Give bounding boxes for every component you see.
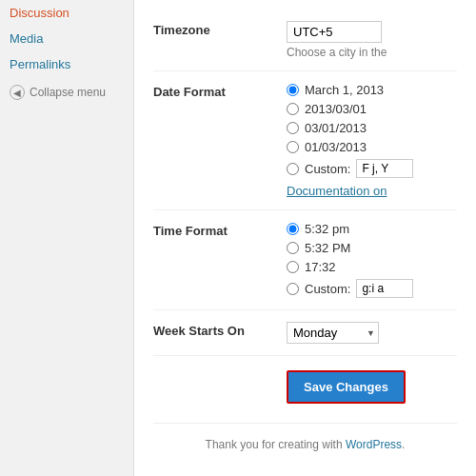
date-format-radio-group: March 1, 2013 2013/03/01 03/01/2013 01/0… xyxy=(287,83,457,178)
date-format-label-mdy: 03/01/2013 xyxy=(305,121,367,135)
timezone-row: Timezone Choose a city in the xyxy=(153,10,457,71)
time-format-radio-12lower[interactable] xyxy=(287,223,299,235)
date-format-option-2[interactable]: 2013/03/01 xyxy=(287,102,457,116)
time-format-custom-input[interactable] xyxy=(356,279,413,298)
timezone-hint: Choose a city in the xyxy=(287,46,457,59)
date-format-option-4[interactable]: 01/03/2013 xyxy=(287,140,457,154)
date-format-label: Date Format xyxy=(153,83,287,99)
time-format-option-2[interactable]: 5:32 PM xyxy=(287,241,457,255)
date-format-row: Date Format March 1, 2013 2013/03/01 03/… xyxy=(153,71,457,210)
sidebar-item-media[interactable]: Media xyxy=(0,26,133,51)
time-format-radio-custom[interactable] xyxy=(287,283,299,295)
date-format-label-dmy: 01/03/2013 xyxy=(305,140,367,154)
time-format-label-12lower: 5:32 pm xyxy=(305,222,349,236)
time-format-label-12upper: 5:32 PM xyxy=(305,241,350,255)
date-format-option-1[interactable]: March 1, 2013 xyxy=(287,83,457,97)
time-format-row: Time Format 5:32 pm 5:32 PM 17:32 xyxy=(153,210,457,310)
date-format-label-ymd: 2013/03/01 xyxy=(305,102,367,116)
time-format-radio-group: 5:32 pm 5:32 PM 17:32 Custom: xyxy=(287,222,457,298)
footer-text: Thank you for creating with xyxy=(206,438,343,451)
collapse-arrow-icon: ◀ xyxy=(10,85,25,100)
week-starts-select-wrapper: Sunday Monday Tuesday Wednesday Thursday… xyxy=(287,322,379,344)
week-starts-select[interactable]: Sunday Monday Tuesday Wednesday Thursday… xyxy=(287,322,379,344)
time-format-custom-field: Custom: xyxy=(305,279,413,298)
date-format-radio-dmy[interactable] xyxy=(287,141,299,153)
time-format-radio-24[interactable] xyxy=(287,261,299,273)
time-format-option-custom[interactable]: Custom: xyxy=(287,279,457,298)
page-layout: Discussion Media Permalinks ◀ Collapse m… xyxy=(0,0,476,476)
time-format-option-1[interactable]: 5:32 pm xyxy=(287,222,457,236)
main-content: Timezone Choose a city in the Date Forma… xyxy=(133,0,476,476)
week-starts-label: Week Starts On xyxy=(153,322,287,338)
date-format-radio-mdy[interactable] xyxy=(287,122,299,134)
footer-wordpress-link[interactable]: WordPress xyxy=(346,438,402,451)
time-format-value: 5:32 pm 5:32 PM 17:32 Custom: xyxy=(287,222,457,298)
collapse-menu-button[interactable]: ◀ Collapse menu xyxy=(0,77,133,108)
week-starts-row: Week Starts On Sunday Monday Tuesday Wed… xyxy=(153,310,457,356)
timezone-value: Choose a city in the xyxy=(287,21,457,59)
sidebar-item-permalinks[interactable]: Permalinks xyxy=(0,51,133,77)
save-changes-button[interactable]: Save Changes xyxy=(287,370,406,404)
date-format-custom-input[interactable] xyxy=(356,159,413,178)
time-format-custom-label: Custom: xyxy=(305,282,350,296)
footer: Thank you for creating with WordPress. xyxy=(153,423,457,451)
save-button-wrapper: Save Changes xyxy=(153,356,457,404)
time-format-label-24: 17:32 xyxy=(305,260,336,274)
date-format-label-march1: March 1, 2013 xyxy=(305,83,384,97)
sidebar: Discussion Media Permalinks ◀ Collapse m… xyxy=(0,0,133,476)
date-format-custom-field: Custom: xyxy=(305,159,413,178)
timezone-input[interactable] xyxy=(287,21,382,43)
date-format-option-3[interactable]: 03/01/2013 xyxy=(287,121,457,135)
collapse-menu-label: Collapse menu xyxy=(30,86,106,99)
week-starts-value: Sunday Monday Tuesday Wednesday Thursday… xyxy=(287,322,457,344)
sidebar-item-discussion[interactable]: Discussion xyxy=(0,0,133,26)
time-format-label: Time Format xyxy=(153,222,287,238)
timezone-label: Timezone xyxy=(153,21,287,37)
time-format-radio-12upper[interactable] xyxy=(287,242,299,254)
date-format-radio-ymd[interactable] xyxy=(287,103,299,115)
time-format-option-3[interactable]: 17:32 xyxy=(287,260,457,274)
date-format-custom-label: Custom: xyxy=(305,162,350,176)
date-format-radio-custom[interactable] xyxy=(287,163,299,175)
date-format-value: March 1, 2013 2013/03/01 03/01/2013 01/0… xyxy=(287,83,457,198)
documentation-link[interactable]: Documentation on xyxy=(287,184,457,198)
date-format-option-custom[interactable]: Custom: xyxy=(287,159,457,178)
date-format-radio-march1[interactable] xyxy=(287,84,299,96)
